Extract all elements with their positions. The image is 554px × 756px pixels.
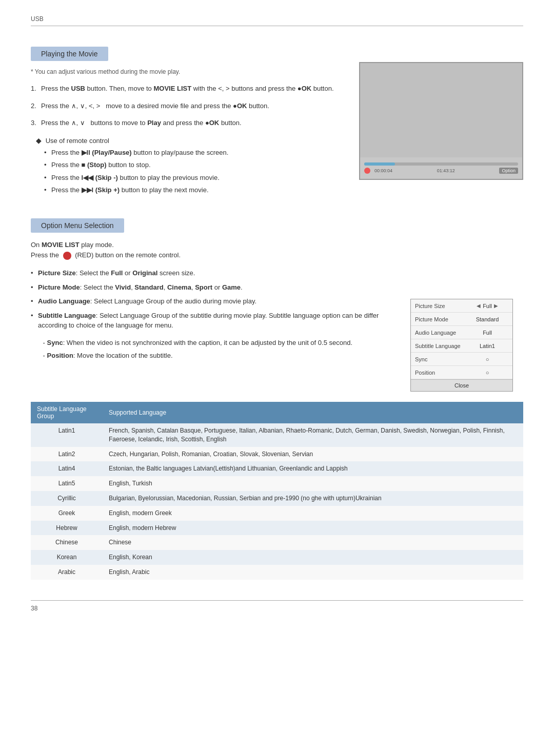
lang-group-cell: Chinese [31, 535, 103, 550]
lang-supported-cell: Estonian, the Baltic languages Latvian(L… [103, 461, 523, 476]
arrow-left-icon: ◀ [477, 303, 481, 309]
step-3: 3. Press the ∧, ∨ buttons to move to Pla… [31, 118, 344, 128]
bullet-subtitle-language: Subtitle Language: Select Language Group… [31, 311, 395, 331]
diamond-icon: ◆ [36, 136, 42, 145]
remote-item-stop: Press the ■ (Stop) button to stop. [44, 160, 344, 170]
lang-supported-cell: English, modern Hebrew [103, 521, 523, 536]
playing-note: * You can adjust various method during t… [31, 68, 344, 75]
tv-screen: 00:00:04 01:43:12 Option [359, 62, 523, 180]
sub-position: - Position: Move the location of the sub… [41, 351, 395, 361]
tv-time-left: 00:00:04 [374, 168, 392, 173]
playing-section-header: Playing the Movie [31, 47, 108, 61]
table-col2-header: Supported Language [103, 402, 523, 423]
option-intro-line1: On MOVIE LIST play mode. [31, 240, 523, 251]
tv-option-btn[interactable]: Option [499, 168, 518, 174]
step-2: 2. Press the ∧, ∨, <, > move to a desire… [31, 101, 344, 111]
lang-supported-cell: French, Spanish, Catalan Basque, Portugu… [103, 423, 523, 447]
menu-row-picture-size: Picture Size ◀ Full ▶ [411, 299, 512, 313]
menu-close-button[interactable]: Close [411, 379, 512, 391]
menu-row-audio-language: Audio Language Full [411, 326, 512, 339]
lang-supported-cell: English, Arabic [103, 565, 523, 580]
bullet-picture-mode: Picture Mode: Select the Vivid, Standard… [31, 282, 395, 293]
option-menu-panel: Picture Size ◀ Full ▶ Picture Mode Stand… [410, 299, 513, 392]
remote-item-skip-forward: Press the ▶▶l (Skip +) button to play th… [44, 185, 344, 195]
lang-supported-cell: English, Korean [103, 550, 523, 565]
lang-group-cell: Latin1 [31, 423, 103, 447]
lang-group-cell: Latin4 [31, 461, 103, 476]
arrow-right-icon: ▶ [494, 303, 498, 309]
bullet-picture-size: Picture Size: Select the Full or Origina… [31, 268, 395, 278]
table-col1-header: Subtitle Language Group [31, 402, 103, 423]
menu-row-subtitle-language: Subtitle Language Latin1 [411, 339, 512, 353]
lang-supported-cell: Bulgarian, Byelorussian, Macedonian, Rus… [103, 491, 523, 506]
option-section-header: Option Menu Selection [31, 218, 124, 233]
lang-supported-cell: Chinese [103, 535, 523, 550]
lang-group-cell: Latin5 [31, 476, 103, 491]
menu-row-picture-mode: Picture Mode Standard [411, 313, 512, 326]
menu-row-sync: Sync ○ [411, 353, 512, 366]
language-table: Subtitle Language Group Supported Langua… [31, 402, 523, 580]
red-dot-icon [63, 252, 71, 260]
bullet-audio-language: Audio Language: Select Language Group of… [31, 296, 395, 307]
table-row: Latin2Czech, Hungarian, Polish, Romanian… [31, 447, 523, 462]
page-number: 38 [31, 605, 523, 612]
table-row: Latin4Estonian, the Baltic languages Lat… [31, 461, 523, 476]
table-row: Latin5English, Turkish [31, 476, 523, 491]
table-row: ChineseChinese [31, 535, 523, 550]
sub-sync: - Sync: When the video is not synchroniz… [41, 338, 395, 348]
remote-item-skip-back: Press the l◀◀ (Skip -) button to play th… [44, 173, 344, 183]
lang-group-cell: Greek [31, 506, 103, 521]
table-row: Latin1French, Spanish, Catalan Basque, P… [31, 423, 523, 447]
lang-group-cell: Korean [31, 550, 103, 565]
lang-group-cell: Cyrillic [31, 491, 103, 506]
table-row: GreekEnglish, modern Greek [31, 506, 523, 521]
remote-item-playpause: Press the ▶ll (Play/Pause) button to pla… [44, 148, 344, 158]
lang-supported-cell: Czech, Hungarian, Polish, Romanian, Croa… [103, 447, 523, 462]
lang-supported-cell: English, Turkish [103, 476, 523, 491]
table-row: HebrewEnglish, modern Hebrew [31, 521, 523, 536]
step-1: 1. Press the USB button. Then, move to M… [31, 84, 344, 94]
remote-control-label: Use of remote control [46, 137, 109, 145]
lang-supported-cell: English, modern Greek [103, 506, 523, 521]
table-row: CyrillicBulgarian, Byelorussian, Macedon… [31, 491, 523, 506]
tv-play-dot [364, 168, 370, 174]
menu-row-position: Position ○ [411, 366, 512, 379]
table-row: KoreanEnglish, Korean [31, 550, 523, 565]
lang-group-cell: Latin2 [31, 447, 103, 462]
table-row: ArabicEnglish, Arabic [31, 565, 523, 580]
tv-time-right: 01:43:12 [437, 168, 455, 173]
lang-group-cell: Arabic [31, 565, 103, 580]
option-intro-line2: Press the (RED) button on the remote con… [31, 250, 523, 261]
lang-group-cell: Hebrew [31, 521, 103, 536]
usb-label: USB [31, 15, 523, 23]
